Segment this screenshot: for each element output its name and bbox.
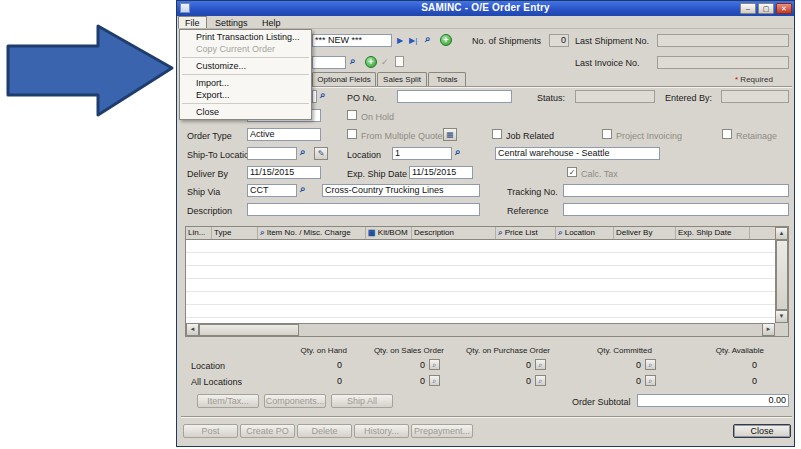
last-shipment-field xyxy=(657,34,789,47)
table-row[interactable] xyxy=(186,305,775,318)
item-tax-button: Item/Tax... xyxy=(197,394,259,408)
nav-last-icon[interactable]: ▶| xyxy=(409,34,417,47)
calc-tax-checkbox: ✓ xyxy=(567,167,577,177)
menu-item-customize[interactable]: Customize... xyxy=(180,60,311,72)
po-no-field[interactable] xyxy=(397,90,512,103)
finder-icon: ⌕ xyxy=(558,228,562,237)
col-deliver-by[interactable]: Deliver By xyxy=(614,227,676,239)
maximize-button[interactable]: ▢ xyxy=(758,3,774,14)
last-invoice-label: Last Invoice No. xyxy=(575,57,640,69)
ship-via-field[interactable]: CCT xyxy=(247,184,297,197)
ship-via-finder-icon[interactable]: ⌕ xyxy=(300,183,306,195)
ship-to-finder-icon[interactable]: ⌕ xyxy=(300,146,306,158)
scroll-down-icon[interactable]: ▼ xyxy=(775,310,788,323)
scroll-right-icon[interactable]: ► xyxy=(762,323,775,336)
titlebar[interactable]: SAMINC - O/E Order Entry – ▢ ✕ xyxy=(177,1,794,16)
col-type[interactable]: Type xyxy=(212,227,258,239)
qty-value: 0 xyxy=(315,376,425,386)
window-title: SAMINC - O/E Order Entry xyxy=(177,2,794,13)
job-related-checkbox[interactable] xyxy=(492,129,502,139)
required-note: * Required xyxy=(735,75,773,84)
prepayment-button: Prepayment... xyxy=(411,424,473,438)
horizontal-scroll-thumb[interactable] xyxy=(199,324,299,336)
deliver-by-field[interactable]: 11/15/2015 xyxy=(247,166,321,179)
order-type-field[interactable]: Active xyxy=(247,128,321,141)
vertical-scroll-thumb[interactable] xyxy=(776,240,788,310)
menu-item-print-transaction-listing[interactable]: Print Transaction Listing... xyxy=(180,31,311,43)
new-customer-button[interactable]: + xyxy=(365,56,377,68)
retainage-label: Retainage xyxy=(736,130,777,142)
exp-ship-date-label: Exp. Ship Date xyxy=(347,168,407,180)
qty-on-sales-order-header: Qty. on Sales Order xyxy=(334,346,444,355)
order-finder-icon[interactable]: ⌕ xyxy=(425,33,431,45)
required-star: * xyxy=(735,75,738,84)
table-row[interactable] xyxy=(186,292,775,305)
close-window-button[interactable]: ✕ xyxy=(776,3,792,14)
table-row[interactable] xyxy=(186,240,775,253)
location-field[interactable]: 1 xyxy=(392,147,452,160)
shipments-field: 0 xyxy=(549,34,569,47)
grid-vertical-scrollbar[interactable]: ▲ ▼ xyxy=(775,227,788,323)
col-price-list[interactable]: ⌕ Price List xyxy=(496,227,556,239)
menu-item-close[interactable]: Close xyxy=(180,106,311,118)
minimize-button[interactable]: – xyxy=(740,3,756,14)
quotes-drilldown-button: ▦ xyxy=(443,128,457,141)
job-related-label: Job Related xyxy=(506,130,554,142)
tab-optional-fields[interactable]: Optional Fields xyxy=(312,72,376,86)
project-invoicing-label: Project Invoicing xyxy=(616,130,682,142)
deliver-by-label: Deliver By xyxy=(187,168,228,180)
tab-totals[interactable]: Totals xyxy=(428,72,466,86)
order-type-label: Order Type xyxy=(187,130,232,142)
grid-header: Lin... Type ⌕ Item No. / Misc. Charge ▦ … xyxy=(186,227,775,240)
file-menu: Print Transaction Listing... Copy Curren… xyxy=(179,29,312,120)
col-exp-ship-date[interactable]: Exp. Ship Date xyxy=(676,227,750,239)
scroll-up-icon[interactable]: ▲ xyxy=(775,227,788,240)
menu-separator xyxy=(182,103,309,104)
table-row[interactable] xyxy=(186,266,775,279)
grid-horizontal-scrollbar[interactable]: ◄ ► xyxy=(186,323,775,336)
qty-value: 0 xyxy=(315,360,425,370)
entered-by-label: Entered By: xyxy=(665,92,712,104)
table-row[interactable] xyxy=(186,279,775,292)
col-description[interactable]: Description xyxy=(412,227,496,239)
close-button[interactable]: Close xyxy=(733,424,791,438)
ship-to-edit-button[interactable]: ✎ xyxy=(314,147,328,160)
col-location[interactable]: ⌕ Location xyxy=(556,227,614,239)
tracking-no-field[interactable] xyxy=(563,184,789,197)
menu-item-import[interactable]: Import... xyxy=(180,77,311,89)
callout-arrow xyxy=(0,18,180,123)
bill-to-finder-icon[interactable]: ⌕ xyxy=(320,89,326,101)
menu-file[interactable]: File xyxy=(178,16,207,28)
menu-help[interactable]: Help xyxy=(256,17,287,29)
order-number-field[interactable]: *** NEW *** xyxy=(312,34,392,47)
entered-by-field xyxy=(721,90,789,103)
scroll-left-icon[interactable]: ◄ xyxy=(186,323,199,336)
menu-separator xyxy=(182,74,309,75)
ship-to-location-field[interactable] xyxy=(247,147,297,160)
tab-sales-split[interactable]: Sales Split xyxy=(377,72,427,86)
menu-item-copy-current-order: Copy Current Order xyxy=(180,43,311,55)
location-finder-icon[interactable]: ⌕ xyxy=(455,146,461,158)
ship-all-button: Ship All xyxy=(331,394,393,408)
new-order-button[interactable]: + xyxy=(440,34,452,46)
footer-separator xyxy=(181,416,792,418)
table-row[interactable] xyxy=(186,253,775,266)
on-hold-checkbox xyxy=(347,110,357,120)
reference-field[interactable] xyxy=(563,203,789,216)
col-kit-bom[interactable]: ▦ Kit/BOM xyxy=(366,227,412,239)
customer-number-field[interactable] xyxy=(312,56,346,69)
col-item-no[interactable]: ⌕ Item No. / Misc. Charge xyxy=(258,227,366,239)
menu-item-export[interactable]: Export... xyxy=(180,89,311,101)
exp-ship-date-field[interactable]: 11/15/2015 xyxy=(409,166,473,179)
col-line-number[interactable]: Lin... xyxy=(186,227,212,239)
qty-value: 0 xyxy=(531,376,641,386)
customer-finder-icon[interactable]: ⌕ xyxy=(350,55,356,67)
col-filler xyxy=(750,227,775,239)
nav-next-icon[interactable]: ▶ xyxy=(397,34,403,47)
menu-settings[interactable]: Settings xyxy=(209,17,254,29)
description-field[interactable] xyxy=(247,203,480,216)
qty-value: 0 xyxy=(421,360,531,370)
bill-to-field[interactable] xyxy=(312,90,317,103)
tracking-no-label: Tracking No. xyxy=(507,186,558,198)
order-lines-grid[interactable]: Lin... Type ⌕ Item No. / Misc. Charge ▦ … xyxy=(185,226,789,337)
